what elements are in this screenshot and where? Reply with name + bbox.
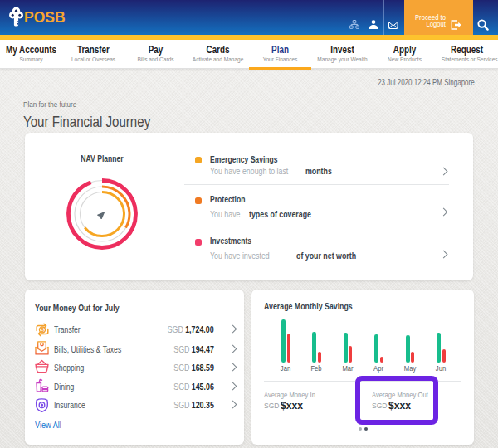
svg-text:$: $ xyxy=(41,327,44,334)
